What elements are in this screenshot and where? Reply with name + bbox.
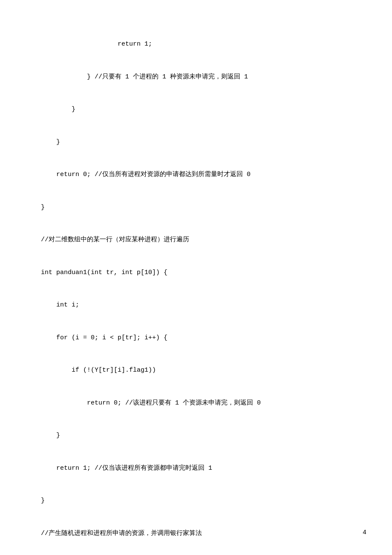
code-line: for (i = 0; i < p[tr]; i++) { bbox=[26, 332, 366, 344]
code-line: int i; bbox=[26, 300, 366, 311]
code-line: return 1; //仅当该进程所有资源都申请完时返回 1 bbox=[26, 463, 366, 474]
code-line: } bbox=[26, 137, 366, 148]
code-line: return 0; //仅当所有进程对资源的申请都达到所需量时才返回 0 bbox=[26, 169, 366, 180]
code-line: } bbox=[26, 495, 366, 506]
page-number: 4 bbox=[363, 527, 366, 538]
code-line: return 0; //该进程只要有 1 个资源未申请完，则返回 0 bbox=[26, 398, 366, 409]
code-line: } bbox=[26, 104, 366, 115]
code-line: return 1; bbox=[26, 39, 366, 50]
code-content: return 1; } //只要有 1 个进程的 1 种资源未申请完，则返回 1… bbox=[26, 17, 366, 555]
code-line: //对二维数组中的某一行（对应某种进程）进行遍历 bbox=[26, 234, 366, 246]
code-line: int panduan1(int tr, int p[10]) { bbox=[26, 267, 366, 278]
code-line: } //只要有 1 个进程的 1 种资源未申请完，则返回 1 bbox=[26, 72, 366, 83]
code-line: } bbox=[26, 430, 366, 441]
code-line: if (!(Y[tr][i].flag1)) bbox=[26, 365, 366, 376]
code-line: //产生随机进程和进程所申请的资源，并调用银行家算法 bbox=[26, 528, 366, 539]
code-line: } bbox=[26, 202, 366, 213]
